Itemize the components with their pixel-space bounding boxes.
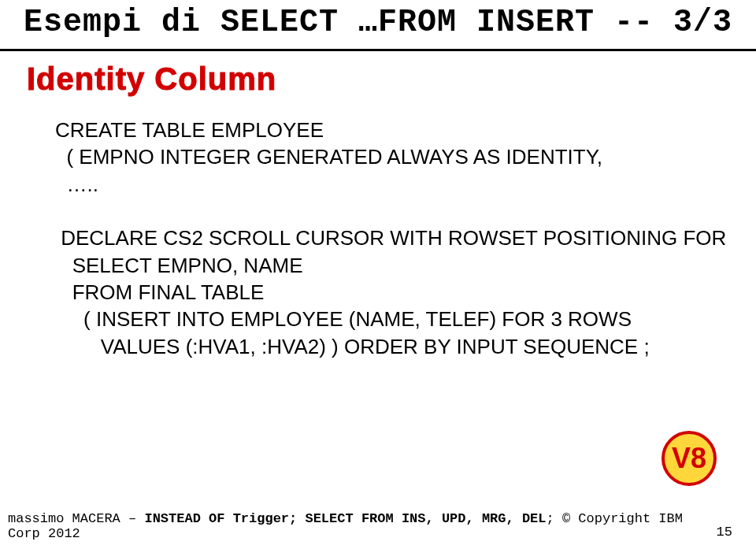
footer-left: massimo MACERA – INSTEAD OF Trigger; SEL… xyxy=(8,511,717,541)
title-rule xyxy=(0,49,756,51)
slide-title: Esempi di SELECT …FROM INSERT -- 3/3 xyxy=(0,5,756,40)
version-badge-text: V8 xyxy=(672,442,706,475)
footer-right: 15 xyxy=(717,524,732,541)
footer-sep: ; xyxy=(547,511,554,526)
footer-author: massimo MACERA – xyxy=(8,511,136,526)
page-number: 15 xyxy=(717,524,732,541)
version-badge: V8 xyxy=(662,431,717,486)
code-block: CREATE TABLE EMPLOYEE ( EMPNO INTEGER GE… xyxy=(55,117,701,360)
slide: Esempi di SELECT …FROM INSERT -- 3/3 Ide… xyxy=(0,0,756,549)
slide-subtitle: Identity Column xyxy=(27,61,276,97)
footer: massimo MACERA – INSTEAD OF Trigger; SEL… xyxy=(0,511,756,541)
footer-topic: INSTEAD OF Trigger; SELECT FROM INS, UPD… xyxy=(144,511,546,526)
